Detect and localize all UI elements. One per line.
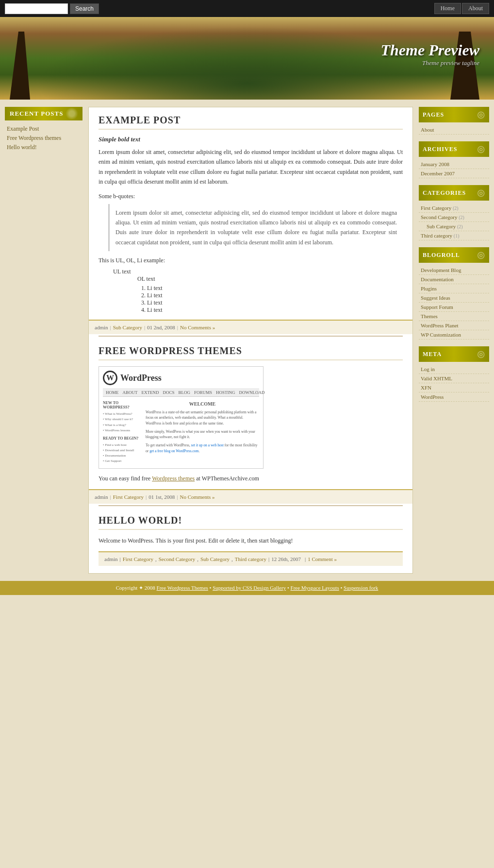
archive-jan-2008[interactable]: January 2008 <box>419 160 489 169</box>
post-meta-3: admin | First Category, Second Category,… <box>99 551 403 566</box>
blogroll-section: BLOGROLL Development Blog Documentation … <box>419 247 489 340</box>
meta-xfn[interactable]: XFN <box>419 383 489 392</box>
ul-example-1: UL text OL text Li text Li text Li text … <box>113 268 403 314</box>
categories-list: First Category (2) Second Category (2) S… <box>419 204 489 240</box>
post-example: EXAMPLE POST Simple bold text Lorem ipsu… <box>99 115 403 334</box>
post-comments-2[interactable]: No Comments » <box>180 494 214 500</box>
post-title-2: FREE WORDPRESS THEMES <box>99 345 403 360</box>
post-meta-2: admin | First Category | 01 1st, 2008 | … <box>89 489 412 504</box>
post-author-2: admin <box>95 494 108 500</box>
post-category-2[interactable]: First Category <box>113 494 144 500</box>
footer-link-1[interactable]: Free Wordpress Themes <box>157 585 208 591</box>
list-item: Third category (1) <box>419 231 489 240</box>
footer-copyright: Copyright ✦ 2008 <box>116 585 155 591</box>
meta-wordpress[interactable]: WordPress <box>419 392 489 401</box>
post-divider-2 <box>99 505 403 506</box>
blogroll-title: BLOGROLL <box>419 247 489 263</box>
post-date-1: 01 2nd, 2008 <box>147 324 175 330</box>
meta-title: META <box>419 346 489 362</box>
footer-link-3[interactable]: Free Myspace Layouts <box>291 585 339 591</box>
meta-section: META Log in Valid XHTML XFN WordPress <box>419 346 489 402</box>
right-sidebar: PAGES About ARCHIVES January 2008 Decemb… <box>419 107 489 574</box>
nav-about[interactable]: About <box>462 3 489 14</box>
post-category-1[interactable]: Sub Category <box>113 324 142 330</box>
list-label-1: This is UL, OL, Li example: <box>99 257 403 264</box>
list-item: Second Category (2) <box>419 213 489 222</box>
post-comments-1[interactable]: No Comments » <box>180 324 215 330</box>
nav-links: Home About <box>434 3 489 14</box>
post-quote-label-1: Some b-quotes: <box>99 193 403 200</box>
recent-post-link-2[interactable]: Free Wordpress themes <box>5 134 82 143</box>
content-area: EXAMPLE POST Simple bold text Lorem ipsu… <box>88 107 413 574</box>
search-button[interactable]: Search <box>70 3 99 14</box>
category-sub[interactable]: Sub Category (2) <box>425 222 489 231</box>
blogroll-suggest[interactable]: Suggest Ideas <box>419 293 489 302</box>
wordpress-themes-link[interactable]: Wordpress themes <box>152 475 195 482</box>
list-item: Hello world! <box>5 143 82 152</box>
categories-title: CATEGORIES <box>419 185 489 201</box>
post-subtitle-1: Simple bold text <box>99 136 403 143</box>
list-item: WordPress Planet <box>419 321 489 330</box>
wp-main-mock: WELCOME WordPress is a state-of-the-art … <box>146 401 259 464</box>
footer-link-2[interactable]: Supported by CSS Design Gallery <box>213 585 286 591</box>
list-item: Li text <box>147 299 403 306</box>
wp-logo: W WordPress <box>103 371 259 385</box>
blogroll-wp-planet[interactable]: WordPress Planet <box>419 321 489 330</box>
post-category-3c[interactable]: Sub Category <box>200 556 230 562</box>
post-category-3a[interactable]: First Category <box>123 556 153 562</box>
list-item: Suggest Ideas <box>419 293 489 303</box>
post-hello-world: HELLO WORLD! Welcome to WordPress. This … <box>99 515 403 566</box>
post-comments-3[interactable]: 1 Comment » <box>308 556 337 562</box>
post-blockquote-1: Lorem ipsum dolor sit amet, consectetur … <box>108 204 403 252</box>
blogroll-plugins[interactable]: Plugins <box>419 284 489 293</box>
category-first[interactable]: First Category (2) <box>419 204 489 212</box>
banner-title-block: Theme Preview Theme preview tagline <box>381 41 479 67</box>
post-body-1: Lorem ipsum dolor sit amet, consectetur … <box>99 147 403 187</box>
list-item: Documentation <box>419 275 489 284</box>
post-date-3: 12 26th, 2007 <box>271 556 301 562</box>
post-category-3d[interactable]: Third category <box>235 556 266 562</box>
recent-post-link-1[interactable]: Example Post <box>5 124 82 134</box>
search-form: Search <box>5 3 99 14</box>
footer-link-4[interactable]: Suspension fork <box>344 585 378 591</box>
blogroll-list: Development Blog Documentation Plugins S… <box>419 266 489 340</box>
recent-post-link-3[interactable]: Hello world! <box>5 143 82 152</box>
post-author-3: admin <box>104 556 118 562</box>
pages-list: About <box>419 125 489 135</box>
nav-home[interactable]: Home <box>434 3 461 14</box>
post-divider-1 <box>99 336 403 337</box>
list-item: December 2007 <box>419 169 489 178</box>
list-item: Li text <box>147 292 403 299</box>
pages-section: PAGES About <box>419 107 489 135</box>
wp-logo-icon: W <box>103 371 117 385</box>
meta-login[interactable]: Log in <box>419 365 489 374</box>
blogroll-dev[interactable]: Development Blog <box>419 266 489 274</box>
meta-xhtml[interactable]: Valid XHTML <box>419 374 489 383</box>
blogroll-docs[interactable]: Documentation <box>419 275 489 284</box>
header-nav: Search Home About <box>0 0 494 17</box>
category-third[interactable]: Third category (1) <box>419 231 489 240</box>
category-second[interactable]: Second Category (2) <box>419 213 489 221</box>
pages-about-link[interactable]: About <box>419 125 489 134</box>
archive-dec-2007[interactable]: December 2007 <box>419 169 489 178</box>
list-item: Development Blog <box>419 266 489 275</box>
site-title: Theme Preview <box>381 41 479 59</box>
list-item: UL text <box>113 268 403 275</box>
blogroll-wp-custom[interactable]: WP Customization <box>419 330 489 339</box>
post-category-3b[interactable]: Second Category <box>159 556 195 562</box>
wordpress-screenshot: W WordPress HOME ABOUT EXTEND DOCS BLOG … <box>99 366 263 469</box>
list-item: XFN <box>419 383 489 392</box>
blogroll-support[interactable]: Support Forum <box>419 303 489 311</box>
footer: Copyright ✦ 2008 Free Wordpress Themes •… <box>0 581 494 595</box>
wp-logo-text: WordPress <box>120 373 162 383</box>
archives-section: ARCHIVES January 2008 December 2007 <box>419 141 489 178</box>
main-wrapper: Recent Posts Example Post Free Wordpress… <box>0 100 494 581</box>
search-input[interactable] <box>5 3 68 14</box>
post-title-1: EXAMPLE POST <box>99 115 403 130</box>
list-item: Plugins <box>419 284 489 293</box>
post-title-3: HELLO WORLD! <box>99 515 403 530</box>
list-item: Li text <box>147 306 403 314</box>
list-item: Support Forum <box>419 303 489 312</box>
wp-content-mock: NEW TO WORDPRESS? • What is WordPress? •… <box>103 401 259 464</box>
blogroll-themes[interactable]: Themes <box>419 312 489 321</box>
